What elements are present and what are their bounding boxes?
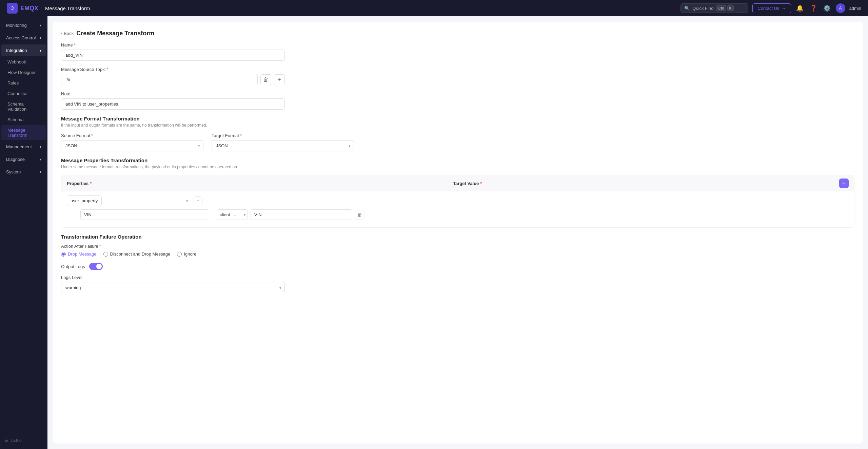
key-ctrl: Ctrl [716, 5, 726, 11]
target-format-select-wrap: JSON Avro ▾ [212, 140, 354, 151]
prop-target-row: client_... client_id username ▾ 🗑 [217, 209, 849, 220]
page-container: ‹ Back Create Message Transform Name * M… [53, 22, 863, 444]
client-attr-select[interactable]: client_... client_id username [217, 209, 248, 220]
sidebar-item-management[interactable]: Management ▾ [1, 141, 46, 153]
target-format-select[interactable]: JSON Avro [212, 140, 354, 151]
source-format-col: Source Format * JSON Avro ▾ [61, 133, 203, 151]
sidebar-sub-connector[interactable]: Connector [1, 89, 46, 98]
app-header: ⬡ EMQX Message Transform 🔍 Quick Find Ct… [0, 0, 868, 16]
sidebar-item-monitoring[interactable]: Monitoring ▾ [1, 19, 46, 31]
format-section: Message Format Transformation If the inp… [61, 116, 854, 151]
radio-ignore[interactable]: Ignore [177, 251, 196, 257]
chevron-icon: ▾ [40, 157, 41, 161]
disconnect-drop-label: Disconnect and Drop Message [110, 251, 171, 257]
chevron-icon: ▾ [40, 23, 41, 27]
sidebar-sub-webhook[interactable]: Webhook [1, 57, 46, 67]
contact-us-button[interactable]: Contact Us → [752, 3, 791, 13]
sidebar-sub-rules[interactable]: Rules [1, 78, 46, 88]
back-arrow-icon: ‹ [61, 31, 62, 36]
plus-icon: + [278, 77, 281, 83]
format-row: Source Format * JSON Avro ▾ [61, 133, 854, 151]
quick-find-label: Quick Find [692, 6, 713, 11]
required-star: * [240, 133, 242, 138]
contact-us-label: Contact Us [757, 6, 779, 11]
sidebar-sub-schema-validation[interactable]: Schema Validation [1, 99, 46, 114]
sidebar-sub-message-transform[interactable]: Message Transform [1, 125, 46, 140]
help-icon[interactable]: ❓ [809, 3, 818, 13]
required-star: * [91, 133, 93, 138]
quick-find-bar[interactable]: 🔍 Quick Find Ctrl K [680, 3, 748, 13]
prop-key-wrap [80, 209, 213, 220]
radio-ignore-input[interactable] [177, 252, 182, 257]
required-star: * [106, 67, 108, 72]
source-format-select[interactable]: JSON Avro [61, 140, 203, 151]
key-k: K [727, 5, 734, 11]
format-section-title: Message Format Transformation [61, 116, 854, 121]
delete-row-button[interactable]: 🗑 [355, 210, 364, 220]
radio-group: Drop Message Disconnect and Drop Message… [61, 251, 854, 257]
back-label: Back [64, 31, 74, 36]
add-property-button[interactable]: + [839, 179, 849, 188]
property-value-row: client_... client_id username ▾ 🗑 [67, 209, 849, 220]
note-input[interactable] [61, 98, 285, 110]
logo-text: EMQX [20, 5, 38, 12]
back-button[interactable]: ‹ Back [61, 31, 74, 36]
name-input[interactable] [61, 50, 285, 61]
flow-designer-label: Flow Designer [7, 70, 36, 75]
sidebar-item-diagnose[interactable]: Diagnose ▾ [1, 153, 46, 165]
message-transform-label: Message Transform [7, 128, 40, 138]
sidebar-item-access-control[interactable]: Access Control ▾ [1, 32, 46, 44]
property-key-input[interactable] [80, 209, 209, 220]
diagnose-label: Diagnose [6, 157, 25, 162]
sidebar-item-system[interactable]: System ▾ [1, 166, 46, 178]
name-label: Name * [61, 42, 854, 48]
form-title: Create Message Transform [76, 30, 154, 37]
logs-level-select-wrap: debug info warning error ▾ [61, 282, 285, 293]
property-row: user_property topic payload ▾ + [67, 195, 849, 206]
failure-section-title: Transformation Failure Operation [61, 234, 854, 240]
delete-topic-button[interactable]: 🗑 [260, 74, 271, 85]
source-topic-group: Message Source Topic * 🗑 + [61, 67, 854, 85]
drop-message-label: Drop Message [68, 251, 97, 257]
management-label: Management [6, 144, 32, 149]
required-star: * [480, 181, 482, 186]
logs-level-select[interactable]: debug info warning error [61, 282, 285, 293]
target-value-input[interactable] [251, 209, 352, 220]
client-select-wrap: client_... client_id username ▾ [217, 209, 248, 220]
props-col-header: Properties * [67, 181, 453, 186]
radio-disconnect-drop-input[interactable] [103, 252, 108, 257]
app-logo: ⬡ EMQX [7, 3, 38, 14]
integration-label: Integration [6, 48, 27, 53]
props-body: user_property topic payload ▾ + [61, 191, 854, 227]
access-control-label: Access Control [6, 35, 36, 40]
radio-drop-message[interactable]: Drop Message [61, 251, 97, 257]
required-star: * [99, 244, 101, 249]
avatar[interactable]: A [836, 3, 845, 13]
schema-label: Schema [7, 117, 24, 122]
sidebar-sub-schema[interactable]: Schema [1, 115, 46, 125]
source-topic-input[interactable] [61, 74, 258, 85]
sidebar-item-integration[interactable]: Integration ▴ [1, 44, 46, 56]
radio-disconnect-drop[interactable]: Disconnect and Drop Message [103, 251, 171, 257]
trash-icon: 🗑 [263, 77, 269, 83]
topic-row: 🗑 + [61, 74, 285, 85]
add-topic-button[interactable]: + [274, 74, 285, 85]
props-section: Message Properties Transformation Under … [61, 157, 854, 228]
chevron-icon: ▾ [40, 170, 41, 174]
ignore-label: Ignore [184, 251, 196, 257]
required-star: * [90, 181, 92, 186]
collapse-icon[interactable]: ☰ [5, 438, 8, 443]
notification-icon[interactable]: 🔔 [795, 3, 805, 13]
add-subprop-button[interactable]: + [194, 197, 202, 205]
settings-icon[interactable]: ⚙️ [822, 3, 832, 13]
toggle-slider [89, 263, 103, 270]
format-section-desc: If the input and output formats are the … [61, 123, 854, 128]
property-type-select[interactable]: user_property topic payload [67, 195, 102, 206]
sidebar-sub-flow-designer[interactable]: Flow Designer [1, 68, 46, 77]
logs-level-label: Logs Level [61, 275, 285, 280]
chevron-icon: ▴ [40, 49, 41, 52]
sidebar: Monitoring ▾ Access Control ▾ Integratio… [0, 16, 47, 449]
rules-label: Rules [7, 80, 19, 86]
output-logs-toggle[interactable] [89, 263, 103, 270]
radio-drop-message-input[interactable] [61, 252, 66, 257]
